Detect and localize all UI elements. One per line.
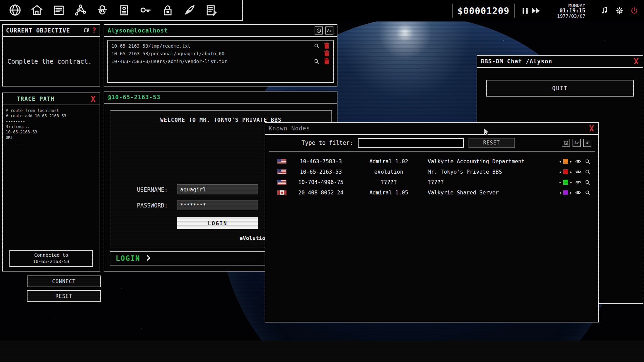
inspect-node-icon[interactable] [585, 159, 591, 165]
quill-icon[interactable] [182, 2, 197, 18]
topbar-separator [514, 4, 515, 18]
node-row[interactable]: 10-704-4996-75 ????? ????? ◀ ▶ [265, 177, 598, 187]
clock-date: 1977/03/07 [548, 13, 585, 19]
node-description: Valkyrie Accounting Department [422, 158, 559, 165]
color-next-icon[interactable]: ▶ [570, 181, 572, 184]
node-number: 10-463-7583-3 [286, 158, 355, 165]
login-button[interactable]: LOGIN [177, 217, 258, 229]
newspaper-icon[interactable] [51, 2, 66, 18]
close-icon[interactable]: X [633, 57, 639, 66]
help-icon[interactable]: ? [92, 26, 96, 35]
color-prev-icon[interactable]: ◀ [559, 191, 561, 194]
power-icon[interactable] [629, 6, 639, 16]
inspect-node-icon[interactable] [585, 190, 591, 196]
globe-icon[interactable] [7, 2, 23, 18]
safehouse-icon[interactable] [29, 2, 45, 18]
node-description: Mr. Tokyo's Private BBS [422, 169, 559, 175]
trace-line: # route add 10-65-2163-53 [6, 113, 97, 119]
sort-alpha-icon[interactable]: Az [325, 26, 333, 35]
node-number: 10-65-2163-53 [286, 169, 355, 175]
ledger-icon[interactable] [116, 2, 132, 18]
username-field[interactable] [177, 184, 258, 194]
node-description: ????? [422, 179, 559, 185]
trace-line: OK! [6, 135, 97, 140]
prompt-chevron-icon [146, 255, 151, 262]
sort-alpha-icon[interactable]: Az [573, 139, 581, 147]
watch-node-icon[interactable] [575, 179, 581, 185]
network-map-icon[interactable] [73, 2, 88, 18]
color-next-icon[interactable]: ▶ [570, 191, 572, 194]
node-color-swatch[interactable] [563, 159, 568, 164]
system-icons [600, 6, 639, 16]
restore-window-icon[interactable] [84, 27, 89, 34]
node-row[interactable]: 20-408-8052-24 Admiral 1.05 Valkyrie Sha… [265, 187, 598, 198]
view-file-icon[interactable] [314, 43, 320, 49]
watch-node-icon[interactable] [575, 169, 581, 175]
chat-title: BBS-DM Chat /Alyson [481, 58, 552, 65]
time-controls [523, 8, 540, 14]
file-row[interactable]: 10-463-7583-3/users/admin/vendor-list.tx… [108, 57, 333, 65]
color-next-icon[interactable]: ▶ [570, 160, 572, 163]
file-row[interactable]: 10-65-2163-53/tmp/readme.txt [108, 42, 333, 50]
node-software: Admiral 1.05 [355, 189, 422, 196]
close-icon[interactable]: X [588, 124, 595, 133]
money-display: $00001209 [458, 6, 509, 16]
notes-icon[interactable] [204, 2, 219, 18]
reset-button[interactable]: RESET [27, 290, 101, 302]
agent-icon[interactable] [95, 2, 110, 18]
node-list: 10-463-7583-3 Admiral 1.02 Valkyrie Acco… [265, 152, 598, 198]
trace-log: # route from localhost # route add 10-65… [3, 105, 100, 270]
trace-path-window: TRACE PATH X # route from localhost # ro… [2, 93, 100, 272]
color-prev-icon[interactable]: ◀ [559, 181, 561, 184]
filter-label: Type to filter: [302, 139, 353, 146]
bbs-brand-text: eVolution [239, 235, 269, 241]
known-nodes-title: Known Nodes [269, 125, 310, 132]
file-path: 10-65-2163-53/personal/aquagirl/abufo-00 [111, 51, 320, 56]
connected-label: Connected to [10, 252, 92, 258]
view-file-icon[interactable] [314, 58, 320, 64]
password-label: PASSWORD: [137, 202, 168, 209]
node-color-swatch[interactable] [563, 190, 568, 195]
toolbar-icon-strip [0, 0, 243, 21]
trace-line: -------- [6, 140, 97, 145]
top-toolbar: $00001209 MONDAY 01:19:15 1977/03/07 [0, 0, 644, 21]
objective-window: CURRENT OBJECTIVE ? Complete the contrac… [2, 24, 100, 86]
node-color-swatch[interactable] [563, 169, 568, 174]
watch-node-icon[interactable] [575, 190, 581, 196]
music-icon[interactable] [600, 6, 610, 16]
clock-time: 01:19:15 [548, 8, 585, 13]
filter-reset-button[interactable]: RESET [469, 138, 515, 148]
close-icon[interactable]: X [90, 95, 96, 103]
trace-titlebar: TRACE PATH X [3, 93, 100, 105]
sort-time-icon[interactable] [315, 26, 323, 35]
fast-forward-button[interactable] [532, 8, 540, 13]
delete-file-icon[interactable] [324, 51, 330, 57]
connect-button[interactable]: CONNECT [27, 276, 101, 287]
topbar-separator [452, 4, 453, 18]
sort-number-icon[interactable]: # [583, 139, 591, 147]
node-row[interactable]: 10-463-7583-3 Admiral 1.02 Valkyrie Acco… [265, 156, 598, 167]
inspect-node-icon[interactable] [585, 179, 591, 185]
delete-file-icon[interactable] [324, 58, 330, 64]
lock-icon[interactable] [160, 2, 175, 18]
gear-icon[interactable] [614, 6, 625, 16]
us-flag-icon [277, 180, 286, 185]
node-number: 20-408-8052-24 [286, 189, 355, 196]
delete-file-icon[interactable] [324, 43, 330, 49]
color-prev-icon[interactable]: ◀ [559, 160, 561, 163]
password-field[interactable] [177, 200, 258, 210]
inspect-node-icon[interactable] [585, 169, 591, 175]
filter-input[interactable] [358, 138, 464, 148]
file-row[interactable]: 10-65-2163-53/personal/aquagirl/abufo-00 [108, 50, 333, 57]
sort-time-icon[interactable] [562, 139, 570, 147]
watch-node-icon[interactable] [575, 159, 581, 165]
node-number: 10-704-4996-75 [286, 179, 355, 185]
node-software: Admiral 1.02 [355, 158, 422, 165]
node-color-swatch[interactable] [563, 180, 568, 185]
color-next-icon[interactable]: ▶ [570, 170, 572, 174]
quit-button[interactable]: QUIT [486, 80, 634, 97]
pause-button[interactable] [523, 8, 528, 14]
key-icon[interactable] [138, 2, 154, 18]
node-row[interactable]: 10-65-2163-53 eVolution Mr. Tokyo's Priv… [265, 167, 598, 177]
color-prev-icon[interactable]: ◀ [559, 170, 561, 174]
